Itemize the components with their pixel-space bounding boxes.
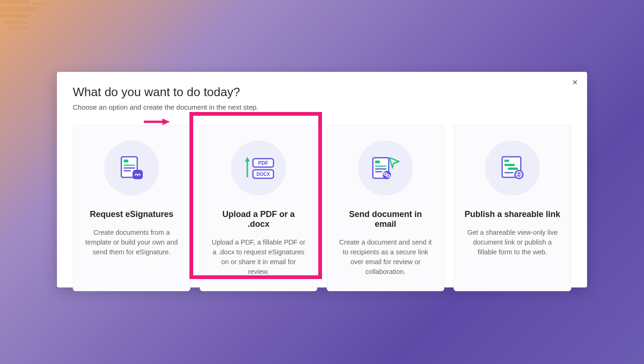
svg-text:DOCX: DOCX [257,172,270,177]
option-upload-pdf-docx[interactable]: PDF DOCX Upload a PDF or a .docx Upload … [200,125,317,291]
send-document-email-icon [358,140,413,196]
svg-rect-2 [0,14,28,18]
option-description: Upload a PDF, a fillable PDF or a .docx … [210,238,307,277]
modal-title: What do you want to do today? [73,85,571,99]
request-esignatures-icon [104,140,159,196]
option-description: Create documents from a template or buil… [84,228,180,257]
svg-rect-3 [5,21,28,24]
publish-shareable-link-icon [485,140,540,196]
option-publish-shareable-link[interactable]: Publish a shareable link Get a shareable… [454,125,571,291]
svg-rect-5 [33,2,47,5]
svg-rect-31 [508,168,518,170]
options-row: Request eSignatures Create documents fro… [73,125,571,291]
svg-rect-1 [0,7,37,11]
svg-rect-0 [0,0,30,4]
modal-subtitle: Choose an option and create the document… [73,103,571,111]
option-description: Get a shareable view-only live document … [464,228,560,257]
svg-rect-7 [124,160,128,162]
svg-text:PDF: PDF [258,160,268,166]
option-title: Upload a PDF or a .docx [210,210,307,229]
option-description: Create a document and send it to recipie… [337,238,434,277]
option-title: Send document in email [337,210,434,229]
option-request-esignatures[interactable]: Request eSignatures Create documents fro… [73,125,190,291]
upload-pdf-docx-icon: PDF DOCX [231,140,286,196]
svg-marker-13 [245,157,250,161]
background-decoration [0,0,70,42]
svg-rect-4 [9,27,28,29]
option-send-document-email[interactable]: Send document in email Create a document… [327,125,444,291]
modal-dialog: × What do you want to do today? Choose a… [57,72,587,287]
option-title: Publish a shareable link [464,210,560,219]
svg-rect-29 [504,160,509,162]
close-button[interactable]: × [569,77,581,88]
svg-line-23 [393,161,399,163]
svg-rect-11 [133,170,143,179]
svg-rect-30 [504,164,515,166]
option-title: Request eSignatures [84,210,180,219]
svg-rect-19 [375,161,380,163]
close-icon: × [572,77,578,87]
